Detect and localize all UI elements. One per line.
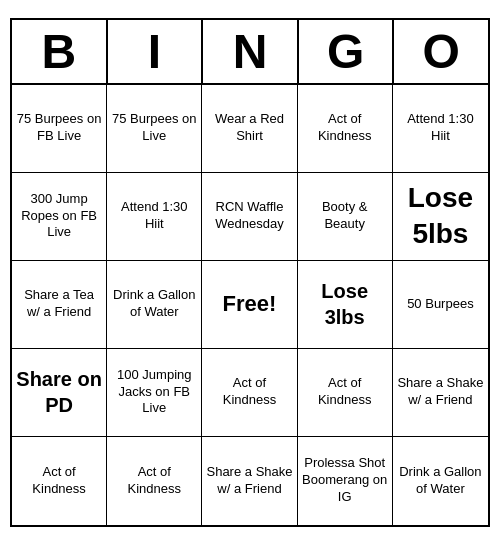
bingo-cell: 75 Burpees on FB Live	[12, 85, 107, 173]
bingo-header-letter: O	[394, 20, 488, 85]
bingo-cell: Lose 5lbs	[393, 173, 488, 261]
bingo-header-letter: I	[108, 20, 204, 85]
bingo-header-letter: N	[203, 20, 299, 85]
bingo-card: BINGO 75 Burpees on FB Live75 Burpees on…	[10, 18, 490, 527]
bingo-cell: Attend 1:30 Hiit	[107, 173, 202, 261]
bingo-cell: 300 Jump Ropes on FB Live	[12, 173, 107, 261]
bingo-header-letter: G	[299, 20, 395, 85]
bingo-cell: Act of Kindness	[298, 349, 393, 437]
bingo-cell: Share a Shake w/ a Friend	[202, 437, 297, 525]
bingo-cell: Act of Kindness	[298, 85, 393, 173]
bingo-cell: Free!	[202, 261, 297, 349]
bingo-cell: Share a Tea w/ a Friend	[12, 261, 107, 349]
bingo-cell: Wear a Red Shirt	[202, 85, 297, 173]
bingo-cell: Lose 3lbs	[298, 261, 393, 349]
bingo-cell: Attend 1:30 Hiit	[393, 85, 488, 173]
bingo-cell: Drink a Gallon of Water	[107, 261, 202, 349]
bingo-header-letter: B	[12, 20, 108, 85]
bingo-cell: Drink a Gallon of Water	[393, 437, 488, 525]
bingo-cell: Prolessa Shot Boomerang on IG	[298, 437, 393, 525]
bingo-cell: 50 Burpees	[393, 261, 488, 349]
bingo-cell: 75 Burpees on Live	[107, 85, 202, 173]
bingo-header: BINGO	[12, 20, 488, 85]
bingo-cell: Share a Shake w/ a Friend	[393, 349, 488, 437]
bingo-cell: RCN Waffle Wednesday	[202, 173, 297, 261]
bingo-cell: Act of Kindness	[107, 437, 202, 525]
bingo-cell: 100 Jumping Jacks on FB Live	[107, 349, 202, 437]
bingo-cell: Booty & Beauty	[298, 173, 393, 261]
bingo-grid: 75 Burpees on FB Live75 Burpees on LiveW…	[12, 85, 488, 525]
bingo-cell: Act of Kindness	[12, 437, 107, 525]
bingo-cell: Act of Kindness	[202, 349, 297, 437]
bingo-cell: Share on PD	[12, 349, 107, 437]
